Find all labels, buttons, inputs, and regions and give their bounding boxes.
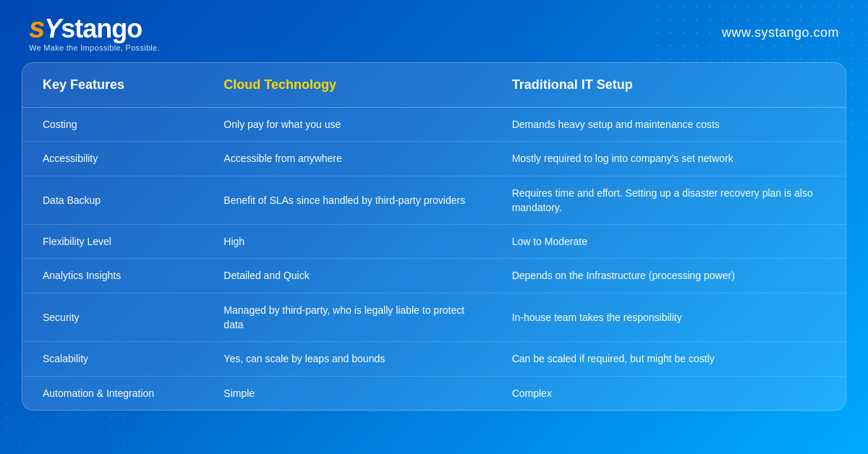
cloud-cell: Accessible from anywhere — [203, 142, 491, 176]
traditional-cell: Low to Moderate — [492, 225, 846, 259]
cloud-cell: Simple — [203, 376, 491, 410]
cloud-cell: Managed by third-party, who is legally l… — [203, 293, 491, 342]
table-header-row: Key Features Cloud Technology Traditiona… — [22, 63, 846, 108]
feature-cell: Security — [22, 293, 203, 342]
feature-cell: Scalability — [22, 342, 203, 376]
traditional-cell: Complex — [492, 376, 846, 410]
feature-cell: Accessibility — [22, 142, 203, 176]
cloud-cell: Benefit of SLAs since handled by third-p… — [203, 176, 491, 225]
traditional-cell: Demands heavy setup and maintenance cost… — [492, 108, 846, 142]
traditional-cell: Can be scaled if required, but might be … — [492, 342, 846, 376]
logo-text: sYstango — [29, 13, 160, 42]
cloud-cell: High — [203, 225, 491, 259]
comparison-table: Key Features Cloud Technology Traditiona… — [22, 63, 846, 410]
table-row: SecurityManaged by third-party, who is l… — [22, 293, 846, 342]
logo: sYstango We Make the Impossible, Possibl… — [29, 13, 160, 52]
feature-cell: Data Backup — [22, 176, 203, 225]
table-row: Flexibility LevelHighLow to Moderate — [22, 225, 846, 259]
table-row: CostingOnly pay for what you useDemands … — [22, 108, 846, 142]
table-row: Automation & IntegrationSimpleComplex — [22, 376, 846, 410]
logo-s: s — [29, 12, 44, 43]
cloud-cell: Detailed and Quick — [203, 259, 491, 293]
table-row: Data BackupBenefit of SLAs since handled… — [22, 176, 846, 225]
cloud-cell: Only pay for what you use — [203, 108, 491, 142]
feature-cell: Analytics Insights — [22, 259, 203, 293]
comparison-card: Key Features Cloud Technology Traditiona… — [22, 62, 846, 411]
traditional-cell: In-house team takes the responsibility — [492, 293, 846, 342]
logo-y: Y — [44, 14, 61, 43]
feature-cell: Costing — [22, 108, 203, 142]
col-header-features: Key Features — [22, 63, 203, 108]
traditional-cell: Mostly required to log into company's se… — [492, 142, 846, 176]
feature-cell: Automation & Integration — [22, 376, 203, 410]
logo-rest: stango — [61, 14, 142, 43]
table-row: ScalabilityYes, can scale by leaps and b… — [22, 342, 846, 376]
table-row: Analytics InsightsDetailed and QuickDepe… — [22, 259, 846, 293]
col-header-traditional: Traditional IT Setup — [492, 63, 846, 108]
feature-cell: Flexibility Level — [22, 225, 203, 259]
traditional-cell: Depends on the Infrastructure (processin… — [492, 259, 846, 293]
traditional-cell: Requires time and effort. Setting up a d… — [492, 176, 846, 225]
logo-tagline: We Make the Impossible, Possible. — [29, 43, 160, 52]
col-header-cloud: Cloud Technology — [203, 63, 491, 108]
cloud-cell: Yes, can scale by leaps and bounds — [203, 342, 491, 376]
table-row: AccessibilityAccessible from anywhereMos… — [22, 142, 846, 176]
